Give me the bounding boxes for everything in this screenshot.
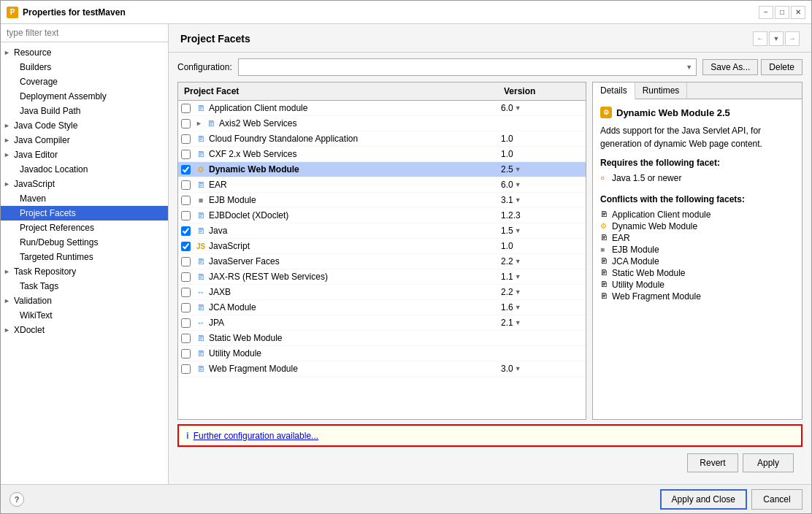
sidebar-item-xdoclet[interactable]: ► XDoclet (1, 323, 168, 337)
minimize-button[interactable]: − (759, 6, 773, 19)
facet-row-static-web[interactable]: 🖹 Static Web Module (178, 331, 586, 346)
facet-row-cxf[interactable]: 🖹 CXF 2.x Web Services 1.0 (178, 147, 586, 162)
facet-row-jaxb[interactable]: ↔ JAXB 2.2 ▼ (178, 285, 586, 300)
facet-checkbox-jaxb[interactable] (178, 288, 193, 297)
facet-checkbox-ejb[interactable] (178, 196, 193, 205)
nav-back-button[interactable]: ← (753, 31, 767, 46)
sidebar-item-javascript[interactable]: ► JavaScript (1, 177, 168, 191)
apply-button[interactable]: Apply (743, 453, 794, 472)
tab-details[interactable]: Details (593, 83, 635, 99)
facet-checkbox-web-fragment[interactable] (178, 364, 193, 374)
facet-row-utility[interactable]: 🖹 Utility Module (178, 346, 586, 361)
facet-checkbox-cloud-foundry[interactable] (178, 134, 193, 144)
config-select[interactable] (238, 58, 697, 76)
facet-row-dynamic-web[interactable]: ⚙ Dynamic Web Module 2.5 ▼ (178, 162, 586, 177)
details-conflict-ear: 🖹 EAR (600, 232, 794, 244)
facet-row-cloud-foundry[interactable]: 🖹 Cloud Foundry Standalone Application 1… (178, 131, 586, 147)
facet-name: JCA Module (209, 302, 256, 312)
revert-button[interactable]: Revert (687, 453, 738, 472)
facet-checkbox-ejbdoclet[interactable] (178, 211, 193, 220)
facet-checkbox-jsf[interactable] (178, 257, 193, 266)
facet-checkbox-jpa[interactable] (178, 318, 193, 328)
facet-checkbox-java[interactable] (178, 226, 193, 236)
delete-button[interactable]: Delete (761, 59, 803, 75)
nav-dropdown-button[interactable]: ▼ (769, 31, 784, 46)
sidebar-item-java-compiler[interactable]: ► Java Compiler (1, 133, 168, 147)
further-config-link[interactable]: Further configuration available... (194, 431, 318, 441)
spacer-icon (9, 78, 17, 85)
conflict-name: JCA Module (612, 256, 659, 266)
sidebar-item-task-tags[interactable]: Task Tags (1, 279, 168, 294)
sidebar-item-wikitext[interactable]: WikiText (1, 308, 168, 323)
page-icon: 🖹 (206, 118, 216, 128)
facet-checkbox-dynamic-web[interactable] (178, 165, 193, 174)
sidebar-item-java-editor[interactable]: ► Java Editor (1, 147, 168, 162)
facets-area: Project Facet Version 🖹 Application Clie… (177, 82, 803, 420)
details-tabs: Details Runtimes (593, 83, 802, 99)
filter-input[interactable] (1, 24, 168, 42)
page-icon: 🖹 (196, 348, 206, 358)
facet-name: Java (209, 226, 227, 236)
facet-row-jpa[interactable]: ↔ JPA 2.1 ▼ (178, 315, 586, 331)
details-conflict-jca: 🖹 JCA Module (600, 256, 794, 267)
facet-checkbox-static-web[interactable] (178, 334, 193, 343)
facet-checkbox-utility[interactable] (178, 349, 193, 358)
facet-checkbox-cxf[interactable] (178, 150, 193, 159)
nav-forward-button[interactable]: → (785, 31, 800, 46)
facet-checkbox-axis2[interactable] (178, 119, 193, 128)
apply-and-close-button[interactable]: Apply and Close (660, 489, 747, 510)
conflict-name: Dynamic Web Module (612, 221, 697, 231)
sidebar-item-maven[interactable]: Maven (1, 191, 168, 206)
facet-row-web-fragment[interactable]: 🖹 Web Fragment Module 3.0 ▼ (178, 361, 586, 377)
sidebar-item-builders[interactable]: Builders (1, 60, 168, 74)
facet-name: Cloud Foundry Standalone Application (209, 134, 358, 144)
details-requires-item: ○ Java 1.5 or newer (600, 172, 794, 184)
sidebar-item-run-debug-settings[interactable]: Run/Debug Settings (1, 235, 168, 250)
facet-row-ejb[interactable]: ■ EJB Module 3.1 ▼ (178, 193, 586, 208)
facet-row-jax-rs[interactable]: 🖹 JAX-RS (REST Web Services) 1.1 ▼ (178, 269, 586, 285)
facet-row-java[interactable]: 🖹 Java 1.5 ▼ (178, 223, 586, 239)
facet-row-ear[interactable]: 🖹 EAR 6.0 ▼ (178, 177, 586, 193)
facet-row-javascript[interactable]: JS JavaScript 1.0 (178, 239, 586, 254)
cancel-button[interactable]: Cancel (751, 489, 803, 510)
sidebar-item-targeted-runtimes[interactable]: Targeted Runtimes (1, 250, 168, 264)
window-icon: P (7, 7, 18, 18)
sidebar-item-deployment-assembly[interactable]: Deployment Assembly (1, 89, 168, 104)
facet-row-jca[interactable]: 🖹 JCA Module 1.6 ▼ (178, 300, 586, 315)
close-button[interactable]: ✕ (791, 6, 805, 19)
facet-row-jsf[interactable]: 🖹 JavaServer Faces 2.2 ▼ (178, 254, 586, 269)
help-button[interactable]: ? (9, 492, 24, 507)
sidebar-item-project-references[interactable]: Project References (1, 220, 168, 235)
facet-name: Dynamic Web Module (209, 164, 299, 174)
sidebar-item-project-facets[interactable]: Project Facets (1, 206, 168, 220)
facet-checkbox-javascript[interactable] (178, 242, 193, 251)
page-icon: 🖹 (600, 269, 609, 277)
sidebar-item-validation[interactable]: ► Validation (1, 294, 168, 308)
sidebar-item-coverage[interactable]: Coverage (1, 74, 168, 89)
conflict-name: EJB Module (612, 245, 659, 255)
save-as-button[interactable]: Save As... (702, 59, 758, 75)
sidebar-item-label: Resource (14, 47, 51, 58)
cog-icon: ⚙ (196, 164, 206, 174)
facet-version: 1.6 (501, 302, 513, 312)
sidebar-item-java-code-style[interactable]: ► Java Code Style (1, 118, 168, 133)
sidebar-item-resource[interactable]: ► Resource (1, 45, 168, 60)
config-select-wrapper: ▼ (238, 58, 697, 76)
facet-row-app-client[interactable]: 🖹 Application Client module 6.0 ▼ (178, 101, 586, 116)
facet-row-ejbdoclet[interactable]: 🖹 EJBDoclet (XDoclet) 1.2.3 (178, 208, 586, 223)
sidebar-item-label: Task Repository (14, 266, 76, 277)
facets-scroll-area[interactable]: 🖹 Application Client module 6.0 ▼ (178, 101, 586, 419)
page-icon: 🖹 (600, 292, 609, 301)
facet-row-axis2[interactable]: ► 🖹 Axis2 Web Services (178, 116, 586, 131)
facet-checkbox-ear[interactable] (178, 180, 193, 190)
maximize-button[interactable]: □ (775, 6, 789, 19)
tab-runtimes[interactable]: Runtimes (635, 83, 688, 99)
sidebar-item-task-repository[interactable]: ► Task Repository (1, 264, 168, 279)
facet-checkbox-jax-rs[interactable] (178, 272, 193, 282)
facet-checkbox-app-client[interactable] (178, 104, 193, 113)
facet-checkbox-jca[interactable] (178, 303, 193, 312)
sidebar-item-javadoc-location[interactable]: Javadoc Location (1, 162, 168, 177)
page-icon: 🖹 (196, 272, 206, 282)
sidebar-item-java-build-path[interactable]: Java Build Path (1, 104, 168, 118)
version-dropdown-icon: ▼ (515, 166, 521, 173)
